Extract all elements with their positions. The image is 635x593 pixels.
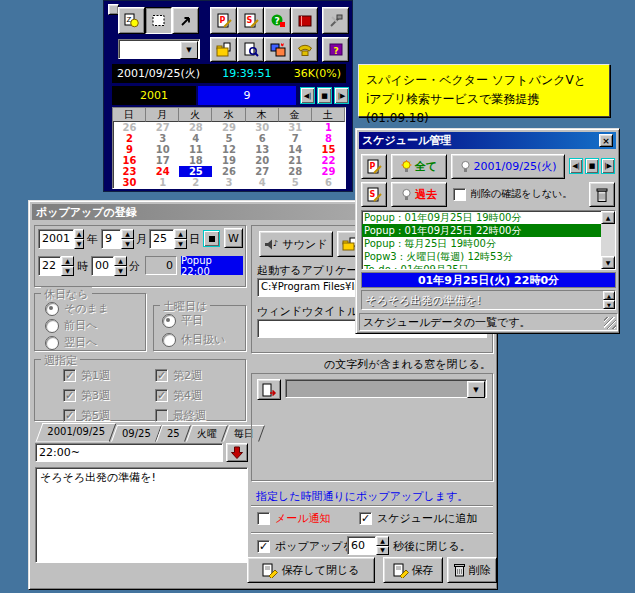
day-spinner[interactable]: 25 ▲▼ (149, 229, 187, 249)
show-all-button[interactable]: 全て (391, 154, 447, 179)
calendar-day[interactable]: 9 (113, 144, 146, 155)
week-checkbox[interactable] (155, 389, 168, 402)
scroll-down-icon[interactable]: ▼ (601, 256, 615, 269)
close-icon[interactable]: × (599, 134, 613, 147)
day-spinner-value[interactable]: 25 (149, 229, 174, 249)
holiday-radio[interactable] (45, 336, 59, 350)
calendar-picker-button[interactable] (203, 230, 220, 247)
insert-time-button[interactable] (226, 443, 248, 462)
trash-button[interactable] (589, 182, 615, 207)
tools-button[interactable] (322, 7, 349, 34)
search-doc-button[interactable] (237, 37, 264, 62)
calendar-day[interactable]: 18 (179, 155, 212, 166)
spin-down-icon[interactable]: ▼ (174, 239, 187, 249)
mail-checkbox[interactable] (257, 512, 270, 525)
calendar-day[interactable]: 29 (312, 166, 345, 177)
spin-up-icon[interactable]: ▲ (114, 256, 127, 266)
calendar-day[interactable]: 4 (246, 177, 279, 188)
spin-up-icon[interactable]: ▲ (174, 229, 187, 239)
calendar-day[interactable]: 13 (246, 144, 279, 155)
year-spinner[interactable]: 2001 ▲▼ (38, 229, 84, 249)
calendar-day[interactable]: 28 (179, 122, 212, 133)
calendar-day[interactable]: 30 (113, 177, 146, 188)
memo-tab[interactable]: 09/25 (111, 425, 162, 442)
calendar-day[interactable]: 3 (146, 133, 179, 144)
autoclose-seconds-value[interactable]: 60 (347, 536, 376, 555)
calendar-day[interactable]: 1 (312, 122, 345, 133)
save-close-button[interactable]: 保存して閉じる (247, 557, 375, 583)
spin-down-icon[interactable]: ▼ (74, 239, 84, 249)
popup-register-button[interactable]: P (210, 7, 237, 34)
hour-spinner[interactable]: 22 ▲▼ (38, 256, 74, 276)
phone-button[interactable] (291, 37, 318, 62)
minute-spinner[interactable]: 00 ▲▼ (91, 256, 127, 276)
calendar-day[interactable]: 7 (279, 133, 312, 144)
help-book-button[interactable]: ? (322, 37, 349, 62)
calendar-day[interactable]: 27 (246, 166, 279, 177)
schedule-list-item[interactable]: Popw3 : 火曜日(毎週) 12時53分 (362, 250, 601, 263)
week-mode-button[interactable]: W (224, 228, 243, 248)
spin-down-icon[interactable]: ▼ (114, 266, 127, 276)
schedule-register-button[interactable]: S (237, 7, 264, 34)
calendar-day[interactable]: 31 (279, 122, 312, 133)
today-button[interactable]: ■ (317, 87, 332, 104)
autoclose-seconds-spinner[interactable]: 60 ▲▼ (347, 536, 389, 555)
red-book-button[interactable] (291, 7, 318, 34)
calendar-day[interactable]: 5 (212, 133, 245, 144)
show-date-button[interactable]: 2001/09/25(火) (451, 154, 565, 179)
spin-down-icon[interactable]: ▼ (376, 546, 389, 556)
shortcut-button[interactable] (172, 7, 199, 34)
calendar-day[interactable]: 21 (279, 155, 312, 166)
scroll-up-icon[interactable]: ▲ (601, 211, 615, 224)
list-scrollbar[interactable]: ▲ ▼ (601, 211, 615, 269)
calendar-day[interactable]: 19 (212, 155, 245, 166)
sound-button[interactable]: ♪ サウンド (259, 231, 333, 257)
today-jump-button[interactable]: ■ (585, 158, 599, 174)
calendar-day[interactable]: 10 (146, 144, 179, 155)
calendar-day[interactable]: 4 (179, 133, 212, 144)
calendar-day[interactable]: 28 (279, 166, 312, 177)
calendar-day[interactable]: 29 (212, 122, 245, 133)
show-past-button[interactable]: 過去 (391, 182, 447, 207)
schedule-list-item[interactable]: Popup : 01年09月25日 19時00分 (362, 211, 601, 224)
photos-button[interactable] (264, 37, 291, 62)
memo-textarea[interactable]: そろそろ出発の準備を! (35, 467, 248, 563)
calendar-day[interactable]: 6 (246, 133, 279, 144)
schedule-list-item[interactable]: Popup : 毎月25日 19時00分 (362, 237, 601, 250)
spin-down-icon[interactable]: ▼ (61, 266, 74, 276)
week-checkbox[interactable] (155, 409, 168, 422)
spin-up-icon[interactable]: ▲ (61, 256, 74, 266)
close-string-combo[interactable]: ▼ (285, 379, 487, 398)
schedule-list-item[interactable]: To-do : 01年09月25日 (362, 263, 601, 269)
schedule-add-checkbox[interactable] (359, 512, 372, 525)
delete-confirm-checkbox[interactable] (453, 188, 466, 201)
calendar-day[interactable]: 26 (212, 166, 245, 177)
popup-register-button[interactable]: P (361, 154, 387, 179)
minute-spinner-value[interactable]: 00 (91, 256, 114, 276)
calendar-day[interactable]: 26 (113, 122, 146, 133)
week-checkbox[interactable] (63, 409, 76, 422)
chevron-down-icon[interactable]: ▼ (180, 41, 198, 59)
spin-up-icon[interactable]: ▲ (376, 536, 389, 546)
scroll-track[interactable] (601, 224, 615, 256)
month-spinner[interactable]: 9 ▲▼ (101, 229, 134, 249)
prev-month-button[interactable]: ◀| (300, 87, 315, 104)
calendar-day[interactable]: 11 (179, 144, 212, 155)
spin-down-icon[interactable]: ▼ (121, 239, 134, 249)
save-button[interactable]: 保存 (383, 557, 443, 583)
calendar-day[interactable]: 16 (113, 155, 146, 166)
preview-spinner[interactable]: ▲ ▼ (603, 291, 615, 309)
next-month-button[interactable]: |▶ (334, 87, 349, 104)
saturday-radio[interactable] (162, 314, 176, 328)
prev-day-button[interactable]: ◀| (569, 158, 583, 174)
calendar-day[interactable]: 25 (179, 166, 212, 177)
week-checkbox[interactable] (63, 369, 76, 382)
calendar-day[interactable]: 12 (212, 144, 245, 155)
calendar-day[interactable]: 1 (146, 177, 179, 188)
month-spinner-value[interactable]: 9 (101, 229, 121, 249)
spin-up-icon[interactable]: ▲ (74, 229, 84, 239)
calendar-day[interactable]: 23 (113, 166, 146, 177)
calendar-day[interactable]: 15 (312, 144, 345, 155)
memo-time-field[interactable]: 22:00~ (35, 443, 223, 462)
schedule-register-button[interactable]: S (361, 182, 387, 207)
